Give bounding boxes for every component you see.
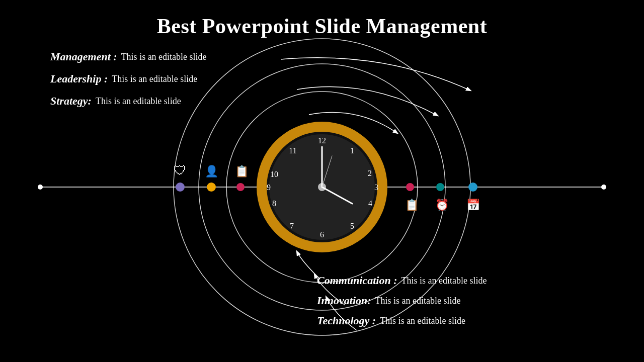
- management-value: This is an editable slide: [121, 52, 207, 62]
- svg-point-14: [267, 132, 377, 242]
- communication-key: Communication :: [317, 274, 397, 287]
- strategy-value: This is an editable slide: [96, 96, 181, 107]
- svg-point-28: [318, 183, 326, 191]
- svg-point-11: [601, 185, 606, 190]
- management-label: Management : This is an editable slide: [50, 50, 207, 63]
- management-key: Management :: [50, 50, 117, 63]
- svg-text:🛡: 🛡: [174, 163, 187, 178]
- innovation-label: Innovation: This is an editable slide: [317, 294, 487, 307]
- page-title: Best Powerpoint Slide Management: [0, 0, 644, 38]
- svg-text:6: 6: [320, 230, 324, 239]
- svg-text:📅: 📅: [466, 198, 480, 212]
- svg-text:2: 2: [368, 169, 372, 177]
- svg-point-9: [436, 183, 444, 191]
- leadership-label: Leadership : This is an editable slide: [50, 72, 207, 85]
- svg-text:📋: 📋: [405, 198, 419, 212]
- svg-point-13: [257, 122, 387, 252]
- svg-text:👤: 👤: [205, 164, 219, 178]
- svg-point-15: [269, 134, 375, 240]
- svg-text:4: 4: [368, 199, 372, 208]
- svg-text:9: 9: [267, 183, 271, 192]
- svg-point-8: [406, 183, 414, 191]
- svg-point-2: [226, 92, 418, 283]
- svg-text:10: 10: [270, 170, 278, 178]
- left-labels-container: Management : This is an editable slide L…: [50, 50, 207, 113]
- svg-text:11: 11: [289, 146, 296, 155]
- svg-text:3: 3: [374, 183, 378, 192]
- svg-text:12: 12: [318, 136, 326, 145]
- svg-text:5: 5: [350, 222, 354, 230]
- svg-text:8: 8: [272, 199, 276, 208]
- innovation-value: This is an editable slide: [375, 296, 461, 306]
- right-labels-container: Communication : This is an editable slid…: [317, 274, 487, 334]
- strategy-key: Strategy:: [50, 95, 92, 108]
- svg-point-6: [207, 183, 216, 192]
- svg-line-31: [322, 156, 332, 187]
- svg-text:⏰: ⏰: [435, 198, 449, 212]
- svg-text:7: 7: [290, 222, 294, 230]
- svg-point-5: [176, 183, 185, 192]
- technology-key: Technology :: [317, 314, 376, 327]
- technology-label: Technology : This is an editable slide: [317, 314, 487, 327]
- communication-label: Communication : This is an editable slid…: [317, 274, 487, 287]
- svg-point-7: [236, 183, 245, 191]
- svg-point-10: [468, 183, 477, 192]
- svg-point-4: [38, 185, 43, 190]
- svg-text:1: 1: [350, 146, 354, 155]
- innovation-key: Innovation:: [317, 294, 371, 307]
- svg-point-1: [199, 64, 445, 310]
- technology-value: This is an editable slide: [380, 316, 465, 326]
- svg-line-30: [322, 187, 352, 204]
- communication-value: This is an editable slide: [401, 276, 487, 286]
- svg-text:📋: 📋: [235, 164, 249, 178]
- leadership-value: This is an editable slide: [112, 74, 197, 84]
- strategy-label: Strategy: This is an editable slide: [50, 95, 207, 108]
- leadership-key: Leadership :: [50, 72, 108, 85]
